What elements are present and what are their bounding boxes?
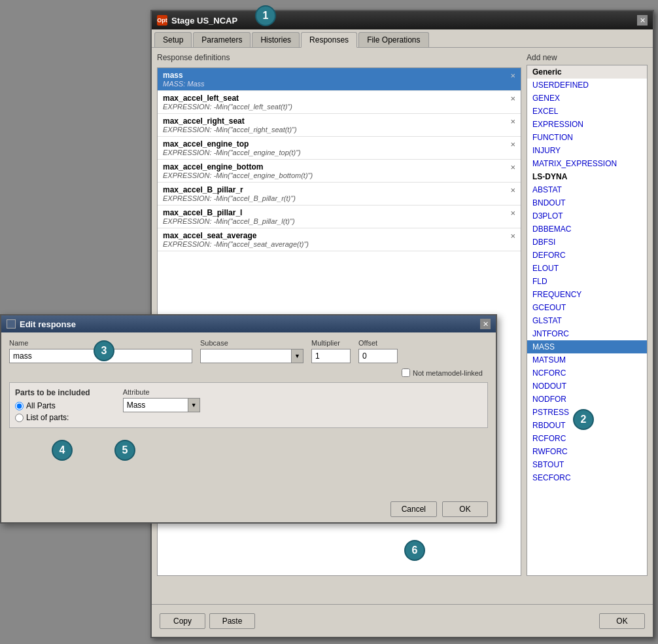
- response-name-6: max_accel_seat_average: [163, 231, 508, 240]
- add-new-secforc[interactable]: SECFORC: [527, 471, 647, 484]
- response-remove-0[interactable]: ×: [508, 94, 515, 103]
- add-new-matrix-expression[interactable]: MATRIX_EXPRESSION: [527, 157, 647, 170]
- subcase-input-wrap: ▼: [200, 349, 303, 363]
- add-new-dbfsi[interactable]: DBFSI: [527, 236, 647, 249]
- response-remove-4[interactable]: ×: [508, 185, 515, 195]
- paste-button[interactable]: Paste: [209, 613, 255, 629]
- tab-setup-label: Setup: [163, 35, 183, 45]
- response-remove-1[interactable]: ×: [508, 116, 515, 126]
- dialog-close-button[interactable]: ✕: [480, 319, 491, 329]
- add-new-excel[interactable]: EXCEL: [527, 105, 647, 118]
- add-new-mass[interactable]: MASS: [527, 340, 647, 353]
- add-new-expression[interactable]: EXPRESSION: [527, 118, 647, 131]
- nodout-label: NODOUT: [532, 382, 566, 391]
- response-item-mass[interactable]: mass MASS: Mass ×: [158, 68, 521, 91]
- response-item-5[interactable]: max_accel_B_pillar_l EXPRESSION: -Min("a…: [158, 206, 521, 228]
- rcforc-label: RCFORC: [532, 434, 566, 443]
- add-new-frequency[interactable]: FREQUENCY: [527, 288, 647, 301]
- dialog-ok-button[interactable]: OK: [442, 501, 488, 517]
- add-new-nodfor[interactable]: NODFOR: [527, 393, 647, 406]
- add-new-d3plot[interactable]: D3PLOT: [527, 209, 647, 223]
- add-new-lsdyna: LS-DYNA: [527, 170, 647, 183]
- tab-file-operations[interactable]: File Operations: [358, 32, 428, 47]
- not-metamodel-checkbox[interactable]: [402, 368, 410, 377]
- response-remove-3[interactable]: ×: [508, 162, 515, 172]
- tab-bar: Setup Parameters Histories Responses Fil…: [152, 29, 653, 48]
- response-sub-5: EXPRESSION: -Min("accel_B_pillar_l(t)"): [163, 217, 508, 225]
- lsdyna-label: LS-DYNA: [532, 172, 567, 181]
- cancel-label: Cancel: [402, 505, 426, 514]
- response-name-mass: mass: [163, 71, 508, 80]
- dialog-cancel-button[interactable]: Cancel: [390, 501, 437, 517]
- jntforc-label: JNTFORC: [532, 329, 569, 338]
- window-close-button[interactable]: ✕: [637, 15, 648, 26]
- step-1-label: 1: [263, 10, 269, 22]
- all-parts-radio[interactable]: [15, 402, 24, 410]
- copy-button[interactable]: Copy: [160, 613, 205, 629]
- response-remove-5[interactable]: ×: [508, 208, 515, 218]
- list-parts-radio[interactable]: [15, 414, 24, 422]
- add-new-genex[interactable]: GENEX: [527, 92, 647, 105]
- subcase-dropdown-arrow[interactable]: ▼: [292, 349, 303, 363]
- add-new-glstat[interactable]: GLSTAT: [527, 314, 647, 327]
- add-new-label: Add new: [527, 53, 648, 62]
- parts-header: Parts to be included: [15, 388, 90, 397]
- add-new-rwforc[interactable]: RWFORC: [527, 445, 647, 458]
- step-4-label: 4: [60, 444, 65, 456]
- multiplier-input[interactable]: [311, 349, 351, 363]
- response-item-4[interactable]: max_accel_B_pillar_r EXPRESSION: -Min("a…: [158, 183, 521, 206]
- subcase-input[interactable]: [200, 349, 292, 363]
- pstress-label: PSTRESS: [532, 408, 569, 417]
- rbdout-label: RBDOUT: [532, 421, 566, 430]
- response-item-2[interactable]: max_accel_engine_top EXPRESSION: -Min("a…: [158, 137, 521, 160]
- add-new-ncforc[interactable]: NCFORC: [527, 367, 647, 380]
- parts-content: Parts to be included All Parts List of p…: [15, 388, 482, 422]
- add-new-nodout[interactable]: NODOUT: [527, 380, 647, 393]
- add-new-list[interactable]: Generic USERDEFINED GENEX EXCEL EXPRESSI…: [527, 65, 648, 576]
- rwforc-label: RWFORC: [532, 447, 568, 456]
- add-new-function[interactable]: FUNCTION: [527, 131, 647, 144]
- subcase-label: Subcase: [200, 339, 303, 347]
- response-sub-0: EXPRESSION: -Min("accel_left_seat(t)"): [163, 103, 508, 111]
- add-new-jntforc[interactable]: JNTFORC: [527, 327, 647, 340]
- add-new-abstat[interactable]: ABSTAT: [527, 183, 647, 196]
- response-item-0[interactable]: max_accel_left_seat EXPRESSION: -Min("ac…: [158, 91, 521, 114]
- response-remove-mass[interactable]: ×: [508, 71, 515, 80]
- attribute-dropdown-arrow[interactable]: ▼: [188, 398, 200, 412]
- attribute-label: Attribute: [123, 388, 200, 396]
- tab-setup[interactable]: Setup: [154, 32, 192, 47]
- glstat-label: GLSTAT: [532, 316, 562, 325]
- list-of-parts-option[interactable]: List of parts:: [15, 413, 90, 422]
- response-name-2: max_accel_engine_top: [163, 139, 508, 149]
- list-parts-label: List of parts:: [26, 413, 69, 422]
- add-new-matsum[interactable]: MATSUM: [527, 353, 647, 367]
- response-item-6[interactable]: max_accel_seat_average EXPRESSION: -Min(…: [158, 228, 521, 251]
- add-new-sbtout[interactable]: SBTOUT: [527, 458, 647, 471]
- tab-parameters[interactable]: Parameters: [193, 32, 251, 47]
- add-new-elout[interactable]: ELOUT: [527, 262, 647, 275]
- add-new-fld[interactable]: FLD: [527, 275, 647, 288]
- response-item-mass-content: mass MASS: Mass: [163, 71, 508, 88]
- dialog-close-icon: ✕: [483, 320, 489, 329]
- add-new-bndout[interactable]: BNDOUT: [527, 196, 647, 209]
- offset-label: Offset: [358, 339, 398, 347]
- attribute-input[interactable]: [123, 398, 188, 412]
- offset-input[interactable]: [358, 349, 398, 363]
- add-new-dbbemac[interactable]: DBBEMAC: [527, 223, 647, 236]
- add-new-rcforc[interactable]: RCFORC: [527, 432, 647, 445]
- response-remove-6[interactable]: ×: [508, 231, 515, 241]
- response-item-3[interactable]: max_accel_engine_bottom EXPRESSION: -Min…: [158, 160, 521, 183]
- all-parts-option[interactable]: All Parts: [15, 401, 90, 410]
- offset-group: Offset: [358, 339, 398, 363]
- response-remove-2[interactable]: ×: [508, 139, 515, 149]
- tab-histories[interactable]: Histories: [252, 32, 300, 47]
- dbbemac-label: DBBEMAC: [532, 224, 571, 234]
- main-ok-button[interactable]: OK: [599, 613, 645, 629]
- add-new-gceout[interactable]: GCEOUT: [527, 301, 647, 314]
- add-new-deforc[interactable]: DEFORC: [527, 249, 647, 262]
- dialog-content: Name Subcase ▼ Multiplier Offset: [1, 332, 496, 435]
- add-new-injury[interactable]: INJURY: [527, 144, 647, 157]
- response-item-1[interactable]: max_accel_right_seat EXPRESSION: -Min("a…: [158, 114, 521, 137]
- tab-responses[interactable]: Responses: [301, 32, 357, 48]
- add-new-userdefined[interactable]: USERDEFINED: [527, 79, 647, 92]
